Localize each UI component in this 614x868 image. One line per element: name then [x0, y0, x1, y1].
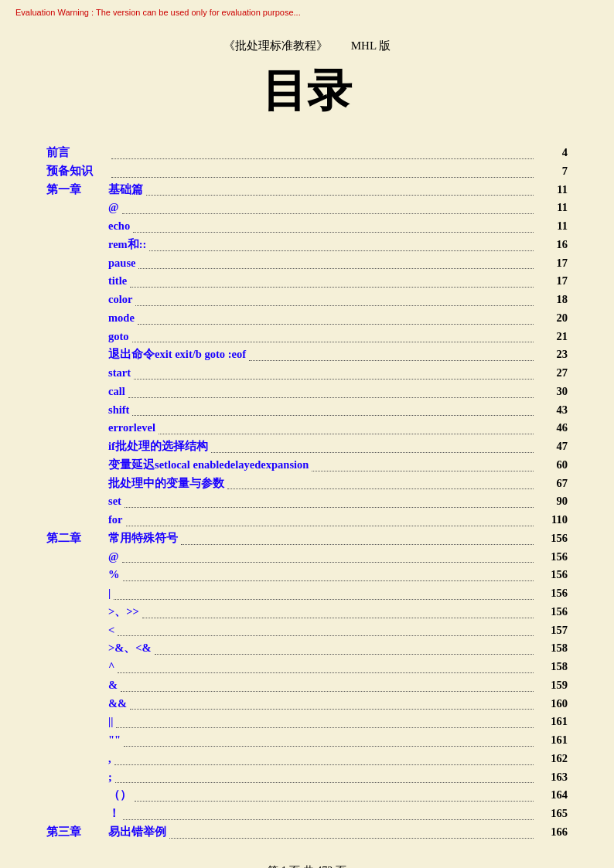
toc-page: 27 — [537, 365, 568, 382]
toc-page: 46 — [537, 420, 568, 437]
toc-page: 21 — [537, 328, 568, 345]
toc-page: 163 — [537, 769, 568, 786]
toc-row: 第一章基础篇11 — [46, 182, 568, 199]
toc-chapter: 第一章 — [46, 182, 108, 199]
toc-section: echo — [108, 218, 130, 235]
toc-row: |156 — [46, 585, 568, 602]
toc-row: >、>>156 — [46, 604, 568, 621]
toc-section: color — [108, 291, 132, 308]
toc-row: ,162 — [46, 751, 568, 768]
toc-page: 157 — [537, 622, 568, 639]
toc-page: 160 — [537, 696, 568, 713]
toc-section: @ — [108, 199, 119, 216]
toc-dots — [122, 213, 534, 214]
toc-dots — [114, 599, 534, 600]
toc-page: 161 — [537, 713, 568, 730]
toc-page: 30 — [537, 383, 568, 400]
toc-page: 156 — [537, 530, 568, 547]
toc-row: mode20 — [46, 310, 568, 327]
toc-dots — [114, 764, 534, 765]
toc-dots — [122, 562, 534, 563]
toc-section: < — [108, 622, 114, 639]
toc-dots — [133, 232, 534, 233]
toc-page: 158 — [537, 640, 568, 657]
toc-section: ！ — [108, 805, 120, 822]
toc-page: 164 — [537, 787, 568, 804]
toc-page: 161 — [537, 732, 568, 749]
toc-dots — [169, 838, 534, 839]
toc-dots — [130, 709, 534, 710]
toc-section: pause — [108, 255, 135, 272]
toc-section: 易出错举例 — [108, 824, 166, 841]
toc-page: 7 — [537, 163, 568, 180]
toc-dots — [155, 654, 534, 655]
toc-row: &159 — [46, 677, 568, 694]
toc-row: 退出命令exit exit/b goto :eof23 — [46, 346, 568, 363]
toc-section: 批处理中的变量与参数 — [108, 475, 224, 492]
toc-section: || — [108, 713, 113, 730]
toc-section: title — [108, 273, 127, 290]
toc-row: ^158 — [46, 659, 568, 676]
toc-row: 第三章易出错举例166 — [46, 824, 568, 841]
toc-section: , — [108, 751, 111, 768]
toc-row: >&、<&158 — [46, 640, 568, 657]
toc-dots — [128, 397, 534, 398]
toc-row: 变量延迟setlocal enabledelayedexpansion60 — [46, 457, 568, 474]
eval-warning: Evaluation Warning : The version can be … — [15, 8, 301, 17]
toc-row: 预备知识7 — [46, 163, 568, 180]
toc-section: if批处理的选择结构 — [108, 438, 208, 455]
toc-chapter: 第二章 — [46, 530, 108, 547]
toc-dots — [146, 195, 534, 196]
toc-row: title17 — [46, 273, 568, 290]
toc-page: 47 — [537, 438, 568, 455]
toc-section: & — [108, 677, 118, 694]
toc-row: ""161 — [46, 732, 568, 749]
toc-section: % — [108, 567, 120, 584]
toc-row: ！165 — [46, 805, 568, 822]
toc-row: @11 — [46, 199, 568, 216]
toc-chapter: 前言 — [46, 145, 108, 162]
toc-row: echo11 — [46, 218, 568, 235]
toc-row: pause17 — [46, 255, 568, 272]
book-title: 《批处理标准教程》 MHL 版 — [46, 39, 568, 53]
toc-dots — [312, 471, 534, 471]
toc-row: 前言4 — [46, 145, 568, 162]
toc-page: 11 — [537, 182, 568, 199]
toc-dots — [124, 746, 534, 747]
toc-row: 批处理中的变量与参数67 — [46, 475, 568, 492]
toc-page: 156 — [537, 585, 568, 602]
toc-dots — [149, 250, 534, 251]
toc-section: errorlevel — [108, 420, 155, 437]
toc-page: 11 — [537, 199, 568, 216]
toc-dots — [138, 324, 534, 325]
toc-page: 156 — [537, 567, 568, 584]
toc-dots — [227, 488, 534, 489]
toc-dots — [130, 287, 534, 288]
toc-section: 退出命令exit exit/b goto :eof — [108, 346, 246, 363]
toc-row: color18 — [46, 291, 568, 308]
toc-dots — [159, 434, 534, 434]
toc-section: | — [108, 585, 111, 602]
toc-page: 18 — [537, 291, 568, 308]
toc-page: 90 — [537, 493, 568, 510]
toc-page: 17 — [537, 255, 568, 272]
toc-dots — [115, 782, 534, 783]
toc-row: start27 — [46, 365, 568, 382]
toc-dots — [134, 379, 534, 380]
toc-page: 20 — [537, 310, 568, 327]
toc-dots — [111, 177, 534, 178]
toc-row: goto21 — [46, 328, 568, 345]
toc-page: 67 — [537, 475, 568, 492]
toc-page: 156 — [537, 549, 568, 566]
toc-page: 165 — [537, 805, 568, 822]
toc-section: ^ — [108, 659, 114, 676]
toc-page: 159 — [537, 677, 568, 694]
toc-section: mode — [108, 310, 135, 327]
toc-dots — [249, 360, 534, 361]
toc-section: （） — [108, 787, 131, 804]
toc-dots — [121, 691, 534, 692]
toc-container: 前言4预备知识7第一章基础篇11@11echo11rem和::16pause17… — [46, 145, 568, 841]
toc-row: shift43 — [46, 402, 568, 419]
toc-row: 第二章常用特殊符号156 — [46, 530, 568, 547]
toc-section: "" — [108, 732, 121, 749]
